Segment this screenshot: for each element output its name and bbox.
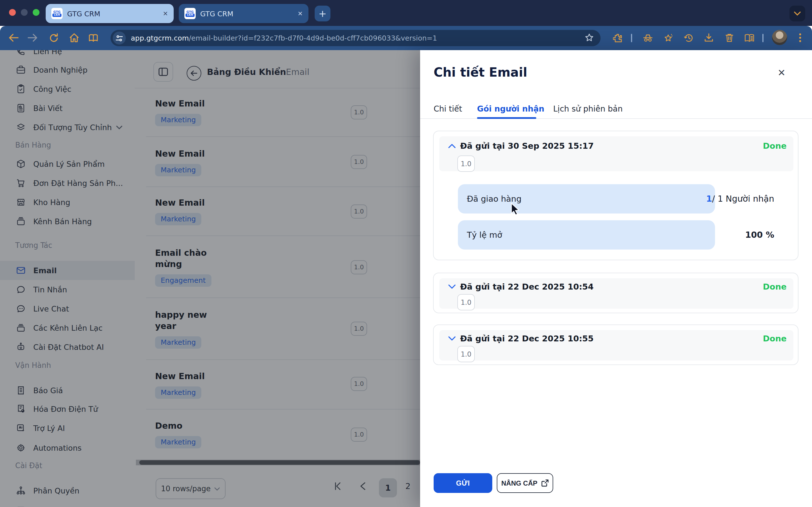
home-icon[interactable] (66, 31, 81, 45)
tab-search-chevron-icon[interactable] (790, 6, 805, 21)
status-badge: Done (763, 142, 786, 151)
accordion-header[interactable]: Đã gửi tại 22 Dec 2025 10:54 Done 1.0 (439, 278, 794, 309)
app-content: Liên Hệ Doanh Nghiệp Công Việc Bài Viết … (0, 50, 812, 507)
browser-toolbar: app.gtgcrm.com/email-builder?id=f232c7fb… (0, 26, 812, 50)
send-button[interactable]: GỬI (434, 473, 492, 493)
tab-goi-nguoi-nhan[interactable]: Gói người nhận (477, 104, 545, 113)
external-link-icon (541, 480, 549, 487)
tab-lich-su-phien-ban[interactable]: Lịch sử phiên bản (553, 104, 623, 113)
bookmark-star-icon[interactable] (582, 31, 597, 45)
send-batch-card: Đã gửi tại 22 Dec 2025 10:54 Done 1.0 (433, 273, 799, 313)
chevron-up-icon[interactable] (447, 141, 457, 151)
send-batch-title: Đã gửi tại 30 Sep 2025 15:17 (460, 142, 763, 151)
screen: GTG CRM GTG CRM ✕ GTG CRM GTG CRM ✕ + (0, 0, 812, 507)
site-settings-icon[interactable] (113, 32, 126, 45)
browser-tab-bar: GTG CRM GTG CRM ✕ GTG CRM GTG CRM ✕ + (0, 0, 812, 26)
window-zoom-button[interactable] (33, 9, 40, 16)
side-panel-icon[interactable] (86, 31, 100, 45)
stat-delivered[interactable]: Đã giao hàng (458, 184, 715, 214)
url-text: app.gtgcrm.com/email-builder?id=f232c7fb… (131, 34, 437, 42)
mouse-cursor (510, 203, 521, 215)
stat-open-rate-value: 100 % (745, 220, 774, 249)
panel-title: Chi tiết Email (434, 65, 527, 79)
window-close-button[interactable] (9, 9, 16, 16)
stat-delivered-value: 1/ 1 Người nhận (706, 184, 774, 214)
url-bar[interactable]: app.gtgcrm.com/email-builder?id=f232c7fb… (110, 30, 601, 46)
close-icon[interactable]: ✕ (776, 67, 787, 78)
active-tab-underline (477, 117, 536, 119)
tab-close-icon[interactable]: ✕ (298, 10, 303, 17)
version-badge: 1.0 (457, 294, 475, 311)
browser-tab-active[interactable]: GTG CRM GTG CRM ✕ (46, 4, 174, 23)
history-icon[interactable] (681, 31, 696, 45)
accordion-header[interactable]: Đã gửi tại 22 Dec 2025 10:55 Done 1.0 (439, 330, 794, 360)
profile-avatar[interactable] (772, 30, 787, 45)
tab-title: GTG CRM (200, 9, 294, 18)
site-favicon: GTG CRM (51, 8, 63, 19)
incognito-icon[interactable] (641, 31, 655, 45)
extensions-puzzle-icon[interactable] (610, 31, 625, 45)
send-batch-title: Đã gửi tại 22 Dec 2025 10:54 (460, 282, 763, 291)
version-badge: 1.0 (457, 156, 475, 172)
site-favicon: GTG CRM (185, 8, 196, 19)
chevron-down-icon[interactable] (447, 334, 457, 344)
reload-icon[interactable] (46, 31, 61, 45)
modal-dim-overlay[interactable] (0, 50, 420, 507)
email-details-panel: Chi tiết Email ✕ Chi tiết Gói người nhận… (420, 50, 812, 507)
downloads-icon[interactable] (702, 31, 716, 45)
tab-title: GTG CRM (67, 9, 160, 18)
status-badge: Done (763, 334, 786, 343)
browser-menu-kebab-icon[interactable] (793, 31, 808, 45)
status-badge: Done (763, 282, 786, 291)
upgrade-button[interactable]: NÂNG CẤP (497, 473, 553, 493)
version-badge: 1.0 (457, 346, 475, 362)
toolbar-separator (631, 34, 632, 42)
accordion-header[interactable]: Đã gửi tại 30 Sep 2025 15:17 Done 1.0 (439, 136, 794, 171)
send-batch-card: Đã gửi tại 22 Dec 2025 10:55 Done 1.0 (433, 325, 799, 365)
trash-icon[interactable] (722, 31, 737, 45)
tab-chi-tiet[interactable]: Chi tiết (434, 104, 462, 113)
chevron-down-icon[interactable] (447, 282, 457, 292)
new-tab-button[interactable]: + (315, 6, 331, 21)
toolbar-separator (762, 34, 763, 42)
tab-close-icon[interactable]: ✕ (163, 10, 168, 17)
send-batch-card: Đã gửi tại 30 Sep 2025 15:17 Done 1.0 Đã… (433, 131, 799, 260)
window-minimize-button[interactable] (21, 9, 28, 16)
favorites-star-icon[interactable] (661, 31, 675, 45)
browser-tab-inactive[interactable]: GTG CRM GTG CRM ✕ (179, 4, 308, 23)
reading-list-book-icon[interactable] (742, 31, 757, 45)
forward-icon[interactable] (26, 31, 40, 45)
back-icon[interactable] (6, 31, 21, 45)
stat-open-rate[interactable]: Tỷ lệ mở (458, 220, 715, 249)
send-batch-title: Đã gửi tại 22 Dec 2025 10:55 (460, 334, 763, 343)
